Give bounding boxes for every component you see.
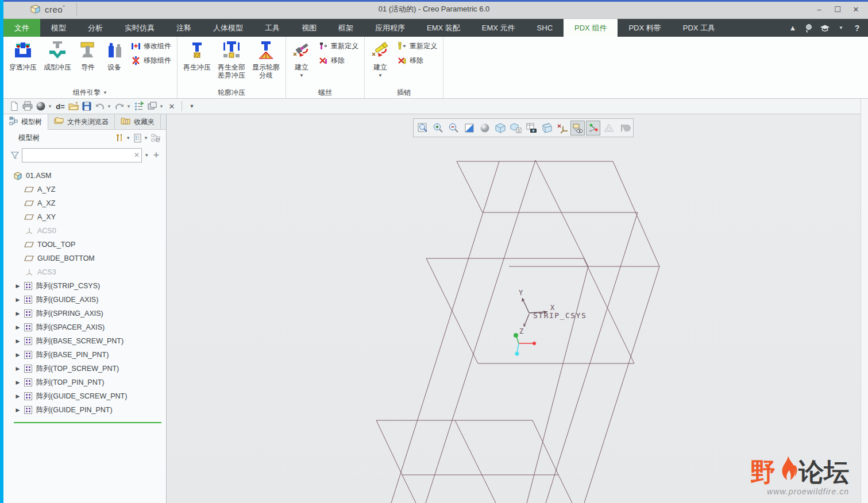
tree-row[interactable]: ACS3 xyxy=(3,265,166,279)
tree-row[interactable]: A_XZ xyxy=(3,196,166,210)
dropdown-icon[interactable]: ▼ xyxy=(103,90,107,95)
group-label[interactable]: 插销 xyxy=(367,87,441,98)
shading-icon[interactable] xyxy=(477,121,492,136)
group-label[interactable]: 组件引擎 ▼ xyxy=(6,87,175,98)
tree-row[interactable]: ▶阵列(BASE_PIN_PNT) xyxy=(3,348,166,362)
ribbon-tab-13[interactable]: SHC xyxy=(526,19,564,37)
undo-icon[interactable] xyxy=(94,100,106,113)
saved-views-icon[interactable] xyxy=(508,121,523,136)
expand-icon[interactable]: ▶ xyxy=(15,311,21,316)
show-contour-button[interactable]: 显示轮廓 分歧 xyxy=(249,38,283,79)
ribbon-tab-5[interactable]: 注释 xyxy=(165,19,202,37)
tree-tools-button[interactable]: ▼ xyxy=(115,133,130,143)
zoom-fit-icon[interactable] xyxy=(415,121,430,136)
minimize-button[interactable]: – xyxy=(812,3,827,15)
ribbon-tab-14[interactable]: PDX 组件 xyxy=(564,19,618,37)
expand-icon[interactable]: ▶ xyxy=(15,407,21,413)
new-file-icon[interactable] xyxy=(8,100,21,113)
screw-remove-button[interactable]: 移除 xyxy=(318,56,358,65)
spin-center-icon[interactable] xyxy=(586,121,600,136)
tree-settings-button[interactable]: ▼ xyxy=(133,133,148,143)
tree-row[interactable]: A_YZ xyxy=(3,183,166,196)
pin-create-button[interactable]: 建立▼ xyxy=(367,38,394,78)
tree-search-input[interactable] xyxy=(22,148,142,162)
tree-row[interactable]: 01.ASM xyxy=(3,169,166,183)
search-dropdown-icon[interactable]: ▼ xyxy=(144,153,149,158)
regenerate-icon[interactable] xyxy=(133,100,145,113)
tree-row[interactable]: ▶阵列(GUIDE_PIN_PNT) xyxy=(3,403,166,417)
expand-icon[interactable]: ▶ xyxy=(15,338,21,344)
maximize-button[interactable]: ☐ xyxy=(830,3,845,15)
modify-component-button[interactable]: 修改组件 xyxy=(131,41,171,51)
tree-row[interactable]: GUIDE_BOTTOM xyxy=(3,252,166,265)
ribbon-tab-4[interactable]: 实时仿真 xyxy=(114,19,165,37)
expand-icon[interactable]: ▶ xyxy=(15,366,21,372)
expand-icon[interactable]: ▶ xyxy=(15,283,21,289)
close-button[interactable]: ✕ xyxy=(848,3,863,15)
regen-punch-button[interactable]: 再生冲压 xyxy=(180,38,214,71)
collapsed-panel-strip[interactable] xyxy=(861,99,868,503)
view-manager-icon[interactable] xyxy=(524,121,538,136)
dropdown-icon[interactable]: ▼ xyxy=(159,104,165,109)
ribbon-tab-9[interactable]: 框架 xyxy=(327,19,364,37)
collapse-ribbon-icon[interactable]: ▲ xyxy=(788,23,798,33)
command-search-icon[interactable] xyxy=(804,23,814,33)
tree-row[interactable]: ▶阵列(GUIDE_AXIS) xyxy=(3,293,166,307)
ribbon-tab-12[interactable]: EMX 元件 xyxy=(471,19,526,37)
screw-create-button[interactable]: 建立▼ xyxy=(288,38,315,78)
expand-icon[interactable]: ▶ xyxy=(15,352,21,358)
expand-icon[interactable]: ▶ xyxy=(15,324,21,330)
add-filter-button[interactable]: + xyxy=(151,149,161,161)
tree-row[interactable]: ▶阵列(GUIDE_SCREW_PNT) xyxy=(3,389,166,403)
dropdown-icon[interactable]: ▼ xyxy=(378,73,383,78)
navigator-tab[interactable]: ✶收藏夹 xyxy=(115,114,161,129)
parameters-icon[interactable]: d= xyxy=(54,100,67,113)
filter-funnel-icon[interactable] xyxy=(10,151,20,160)
pin-redefine-button[interactable]: 重新定义 xyxy=(397,41,437,51)
pin-remove-button[interactable]: 移除 xyxy=(397,56,437,65)
screw-redefine-button[interactable]: 重新定义 xyxy=(318,41,358,51)
dropdown-icon[interactable]: ▼ xyxy=(126,136,130,141)
datum-display-icon[interactable] xyxy=(555,121,569,136)
repaint-icon[interactable] xyxy=(462,121,476,136)
clear-search-icon[interactable]: ✕ xyxy=(132,151,142,159)
tree-row[interactable]: ▶阵列(SPACER_AXIS) xyxy=(3,320,166,334)
redo-icon[interactable] xyxy=(113,100,126,113)
display-style-icon[interactable] xyxy=(493,121,507,136)
graphics-area[interactable]: YXZSTRIP_CSYS 野论坛 www.proewildfire.cn xyxy=(167,114,861,503)
tree-row[interactable]: ▶阵列(BASE_SCREW_PNT) xyxy=(3,334,166,348)
ribbon-tab-6[interactable]: 人体模型 xyxy=(202,19,254,37)
ribbon-tab-10[interactable]: 应用程序 xyxy=(364,19,416,37)
zoom-in-icon[interactable] xyxy=(431,121,445,136)
expand-icon[interactable]: ▶ xyxy=(15,393,21,399)
dropdown-icon[interactable]: ▼ xyxy=(107,104,113,109)
equipment-button[interactable]: 设备 xyxy=(101,38,128,71)
tree-row[interactable]: ▶阵列(TOP_SCREW_PNT) xyxy=(3,362,166,376)
close-window-icon[interactable]: ✕ xyxy=(165,100,178,113)
ribbon-tab-16[interactable]: PDX 工具 xyxy=(672,19,726,37)
punch-form-button[interactable]: 成型冲压 xyxy=(40,38,75,71)
ribbon-tab-15[interactable]: PDX 料带 xyxy=(618,19,672,37)
overflow-dropdown-icon[interactable]: ▼ xyxy=(186,100,198,113)
help-icon[interactable]: ? xyxy=(852,23,862,33)
ribbon-tab-8[interactable]: 视图 xyxy=(291,19,327,37)
tree-row[interactable]: ▶阵列(STRIP_CSYS) xyxy=(3,279,166,293)
tree-show-button[interactable] xyxy=(151,133,161,143)
tree-row[interactable]: ACS0 xyxy=(3,224,166,238)
save-icon[interactable] xyxy=(80,100,93,113)
render-sphere-icon[interactable] xyxy=(34,100,47,113)
dropdown-icon[interactable]: ▼ xyxy=(48,104,53,109)
ribbon-tab-11[interactable]: EMX 装配 xyxy=(416,19,471,37)
group-label[interactable]: 螺丝 xyxy=(288,87,362,98)
group-label[interactable]: 轮廓冲压 xyxy=(180,87,283,98)
ribbon-tab-1[interactable]: 文件 xyxy=(3,19,40,37)
annotation-display-icon[interactable] xyxy=(570,121,585,136)
wireframe-model[interactable]: YXZSTRIP_CSYS xyxy=(167,114,861,503)
remove-component-button[interactable]: 移除组件 xyxy=(131,56,171,65)
learning-center-icon[interactable] xyxy=(820,23,830,33)
expand-icon[interactable]: ▶ xyxy=(15,380,21,385)
ribbon-tab-7[interactable]: 工具 xyxy=(254,19,291,37)
punch-through-button[interactable]: 穿透冲压 xyxy=(6,38,40,71)
open-file-icon[interactable] xyxy=(67,100,80,113)
insertion-indicator[interactable] xyxy=(14,422,161,423)
